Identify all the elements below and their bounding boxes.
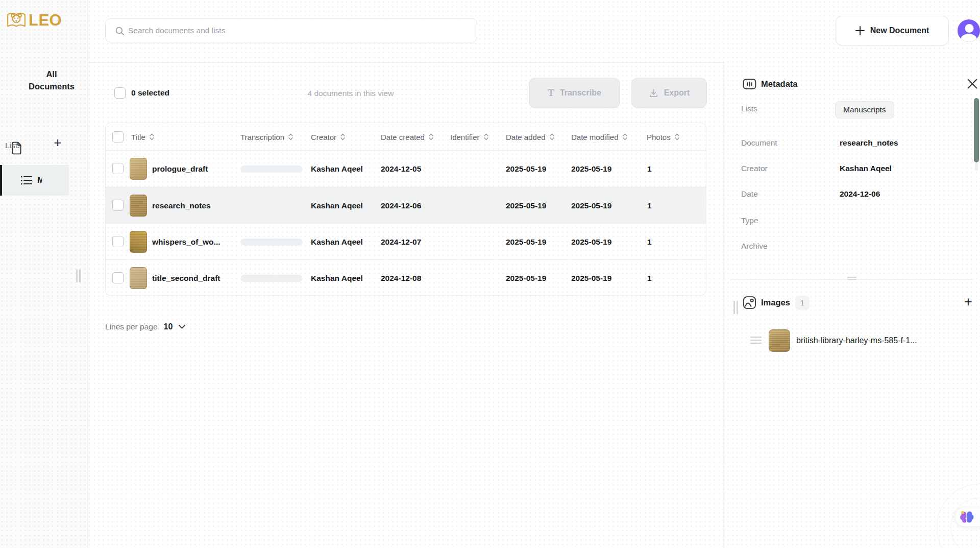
metadata-label-creator: Creator (741, 164, 768, 173)
cell-date-created: 2024-12-07 (381, 224, 421, 260)
header-divider (88, 62, 724, 63)
cell-title: title_second_draft (152, 260, 220, 296)
metadata-panel-resize-handle[interactable] (733, 301, 740, 316)
select-all-checkbox[interactable] (114, 87, 126, 99)
document-thumbnail (130, 158, 147, 180)
cell-creator: Kashan Aqeel (311, 187, 363, 224)
column-header-date-modified[interactable]: Date modified (571, 123, 627, 151)
new-document-button[interactable]: New Document (836, 16, 949, 45)
table-row-selected[interactable]: research_notes Kashan Aqeel 2024-12-06 2… (106, 187, 706, 223)
metadata-label-lists: Lists (741, 104, 757, 113)
column-header-date-created[interactable]: Date created (381, 123, 433, 151)
search-icon (115, 26, 125, 36)
sidebar-item-all-documents[interactable]: All Documents (0, 65, 88, 102)
document-thumbnail (130, 231, 147, 253)
sort-icon (623, 133, 627, 140)
images-count-badge: 1 (795, 296, 810, 310)
cell-date-created: 2024-12-05 (381, 151, 421, 187)
user-avatar[interactable] (958, 19, 980, 42)
images-icon (743, 296, 756, 309)
column-header-transcription[interactable]: Transcription (240, 123, 293, 151)
sidebar: LEO All Documents Lists + Manuscripts (0, 0, 88, 548)
lines-per-page-control[interactable]: Lines per page 10 (105, 322, 185, 331)
export-button[interactable]: Export (631, 78, 707, 108)
lines-per-page-label: Lines per page (105, 322, 158, 331)
cell-date-modified: 2025-05-19 (571, 187, 611, 224)
search-bar (105, 18, 477, 42)
selected-count-label: 0 selected (131, 88, 169, 98)
image-thumbnail (769, 329, 790, 352)
sort-icon (675, 133, 679, 140)
transcribe-button[interactable]: T Transcribe (529, 78, 620, 108)
sidebar-resize-handle[interactable] (76, 269, 82, 284)
sort-icon (550, 133, 554, 140)
row-checkbox[interactable] (112, 236, 124, 247)
search-input[interactable] (128, 19, 470, 42)
cell-date-added: 2025-05-19 (506, 151, 546, 187)
cell-photos: 1 (647, 224, 652, 260)
header-checkbox[interactable] (112, 131, 124, 142)
plus-icon (855, 26, 865, 35)
drag-handle-icon[interactable] (750, 337, 762, 346)
panel-scrollbar-thumb[interactable] (974, 98, 979, 162)
sort-icon (288, 133, 293, 140)
table-row[interactable]: whispers_of_wo... Kashan Aqeel 2024-12-0… (106, 223, 706, 259)
lists-chip-manuscripts[interactable]: Manuscripts (835, 101, 894, 118)
cell-title: research_notes (152, 187, 211, 224)
cell-photos: 1 (647, 260, 652, 296)
cell-date-modified: 2025-05-19 (571, 224, 611, 260)
sort-icon (150, 133, 154, 140)
cell-photos: 1 (647, 187, 652, 224)
column-header-date-added[interactable]: Date added (506, 123, 554, 151)
cell-date-added: 2025-05-19 (506, 260, 546, 296)
close-icon[interactable] (966, 78, 978, 90)
cell-title: prologue_draft (152, 151, 208, 187)
column-header-creator[interactable]: Creator (311, 123, 345, 151)
lines-per-page-value: 10 (164, 322, 173, 331)
documents-count-label: 4 documents in this view (300, 89, 402, 98)
metadata-label-type: Type (741, 216, 758, 225)
cell-date-modified: 2025-05-19 (571, 260, 611, 296)
table-row[interactable]: title_second_draft Kashan Aqeel 2024-12-… (106, 259, 706, 296)
brain-icon[interactable] (959, 509, 974, 525)
cell-creator: Kashan Aqeel (311, 151, 363, 187)
transcribe-icon: T (548, 87, 554, 99)
sort-icon (484, 133, 488, 140)
metadata-panel-title: Metadata (761, 79, 798, 89)
cell-title: whispers_of_wo... (152, 224, 220, 260)
row-checkbox[interactable] (112, 163, 124, 174)
column-header-photos[interactable]: Photos (647, 123, 679, 151)
cell-date-created: 2024-12-08 (381, 260, 421, 296)
metadata-value-date: 2024-12-06 (840, 189, 880, 199)
cell-date-created: 2024-12-06 (381, 187, 421, 224)
sidebar-item-manuscripts-list[interactable]: Manuscripts (2, 165, 69, 196)
add-image-button[interactable]: + (961, 294, 976, 309)
cell-date-modified: 2025-05-19 (571, 151, 611, 187)
add-list-button[interactable]: + (50, 135, 65, 150)
metadata-label-archive: Archive (741, 242, 768, 251)
transcription-progress-bar (240, 275, 303, 282)
transcription-progress-bar (240, 165, 303, 173)
document-thumbnail (130, 267, 147, 289)
metadata-label-document: Document (741, 138, 777, 148)
column-header-title[interactable]: Title (131, 123, 154, 151)
cell-date-added: 2025-05-19 (506, 187, 546, 224)
sort-icon (429, 133, 433, 140)
row-checkbox[interactable] (112, 272, 124, 283)
document-thumbnail (130, 195, 147, 217)
cell-date-added: 2025-05-19 (506, 224, 546, 260)
new-document-label: New Document (870, 26, 929, 35)
panel-scrollbar-track (975, 162, 978, 171)
table-row[interactable]: prologue_draft Kashan Aqeel 2024-12-05 2… (106, 151, 706, 187)
row-checkbox[interactable] (112, 200, 124, 211)
panel-splitter-handle[interactable] (847, 277, 856, 281)
metadata-value-document: research_notes (840, 138, 898, 148)
column-header-identifier[interactable]: Identifier (450, 123, 488, 151)
download-icon (649, 88, 658, 98)
all-documents-label: All Documents (23, 68, 80, 92)
lists-section-label: Lists (5, 141, 21, 150)
active-list-label: Manuscripts (37, 175, 42, 185)
export-label: Export (664, 88, 690, 98)
cell-photos: 1 (647, 151, 652, 187)
documents-table: Title Transcription Creator Date created… (105, 123, 706, 296)
